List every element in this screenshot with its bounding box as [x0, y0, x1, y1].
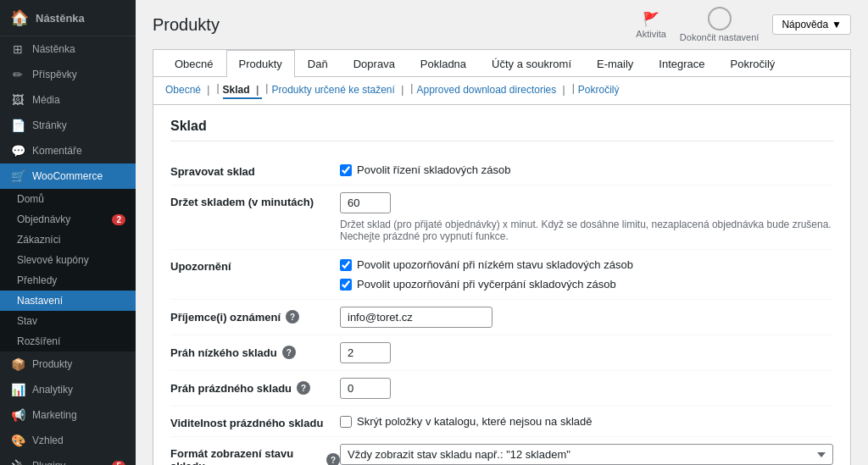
- subtab-obecne[interactable]: Obecné: [165, 82, 213, 99]
- aktivita-label: Aktivita: [636, 29, 665, 39]
- home-icon: ⊞: [10, 42, 25, 56]
- subtab-pokrocily[interactable]: Pokročilý: [578, 82, 626, 99]
- sidebar-item-prispevky[interactable]: ✏ Příspěvky: [0, 62, 136, 87]
- sidebar-sub-label: Zákazníci: [17, 234, 125, 246]
- flag-icon: 🚩: [643, 11, 659, 27]
- checkbox-row-nizky: Povolit upozorňování při nízkém stavu sk…: [340, 257, 833, 273]
- help-icon[interactable]: ?: [297, 381, 310, 395]
- dokoncit-label: Dokončit nastavení: [680, 32, 760, 42]
- sidebar-item-domu[interactable]: Domů: [0, 189, 136, 209]
- comments-icon: 💬: [10, 144, 25, 158]
- tab-doprava[interactable]: Doprava: [341, 50, 408, 77]
- input-prijemce[interactable]: [340, 307, 492, 328]
- napoveda-button[interactable]: Nápověda ▼: [772, 14, 851, 35]
- main-content: Produkty 🚩 Aktivita Dokončit nastavení N…: [136, 0, 868, 465]
- tab-ucty[interactable]: Účty a soukromí: [479, 50, 584, 77]
- sidebar-logo[interactable]: 🏠 Nástěnka: [0, 0, 136, 36]
- sidebar-sub-label: Slevové kupóny: [17, 254, 125, 266]
- field-row: [340, 192, 833, 213]
- field-spravovat: Povolit řízení skladových zásob: [340, 162, 833, 178]
- tab-integrace[interactable]: Integrace: [646, 50, 717, 77]
- checkbox-povolit-rizeni[interactable]: [340, 164, 352, 176]
- sidebar-item-media[interactable]: 🖼 Média: [0, 87, 136, 113]
- sidebar-item-prehledy[interactable]: Přehledy: [0, 270, 136, 291]
- checkbox-label: Skrýt položky v katalogu, které nejsou n…: [357, 415, 592, 428]
- form-row-format: Formát zobrazení stavu skladu ? Vždy zob…: [170, 437, 833, 465]
- tab-pokladna[interactable]: Pokladna: [408, 50, 479, 77]
- sidebar-item-woocommerce[interactable]: 🛒 WooCommerce: [0, 163, 136, 189]
- field-upozorneni: Povolit upozorňování při nízkém stavu sk…: [340, 257, 833, 292]
- content-panel: Obecné Produkty Daň Doprava Pokladna Účt…: [153, 49, 851, 465]
- main-tabs: Obecné Produkty Daň Doprava Pokladna Účt…: [153, 50, 850, 77]
- topbar: Produkty 🚩 Aktivita Dokončit nastavení N…: [136, 0, 868, 49]
- checkbox-label: Povolit upozorňování při nízkém stavu sk…: [357, 258, 633, 271]
- sidebar-item-stranky[interactable]: 📄 Stránky: [0, 113, 136, 138]
- label-prijemce: Příjemce(i) oznámení ?: [170, 307, 340, 324]
- media-icon: 🖼: [10, 93, 25, 107]
- checkbox-skryt-polozky[interactable]: [340, 416, 352, 428]
- field-drzet: Držet sklad (pro přijaté objednávky) x m…: [340, 192, 833, 242]
- select-format[interactable]: Vždy zobrazit stav skladu např.: "12 skl…: [340, 444, 833, 465]
- help-icon[interactable]: ?: [286, 310, 299, 324]
- input-prah-prazdny[interactable]: [340, 378, 391, 399]
- sidebar-item-objednavky[interactable]: Objednávky 2: [0, 209, 136, 230]
- pages-icon: 📄: [10, 119, 25, 132]
- tab-emaily[interactable]: E-maily: [584, 50, 646, 77]
- form-row-prah-prazdny: Práh prázdného skladu ?: [170, 371, 833, 407]
- help-icon[interactable]: ?: [282, 346, 296, 359]
- label-spravovat: Spravovat sklad: [170, 162, 340, 178]
- sidebar: 🏠 Nástěnka ⊞ Nástěnka ✏ Příspěvky 🖼 Médi…: [0, 0, 136, 465]
- dokoncit-button[interactable]: Dokončit nastavení: [680, 7, 760, 42]
- sidebar-item-komentare[interactable]: 💬 Komentáře: [0, 138, 136, 163]
- input-drzet-skladem[interactable]: [340, 192, 391, 213]
- checkbox-nizky-stav[interactable]: [340, 259, 352, 271]
- subtab-produkty-stazeni[interactable]: Produkty určené ke stažení: [271, 82, 407, 99]
- sidebar-item-nastaveni-woo[interactable]: Nastavení: [0, 291, 136, 311]
- help-icon[interactable]: ?: [326, 453, 340, 465]
- appearance-icon: 🎨: [10, 434, 25, 447]
- sidebar-item-analytiky[interactable]: 📊 Analytiky: [0, 377, 136, 402]
- sidebar-sub-label: Domů: [17, 193, 125, 205]
- woocommerce-icon: 🛒: [10, 169, 25, 183]
- checkbox-label: Povolit řízení skladových zásob: [357, 163, 510, 176]
- posts-icon: ✏: [10, 68, 25, 81]
- label-upozorneni: Upozornění: [170, 257, 340, 273]
- tab-pokrocily[interactable]: Pokročilý: [718, 50, 788, 77]
- field-prijemce: [340, 307, 833, 328]
- sidebar-item-label: Stránky: [32, 119, 125, 131]
- sidebar-item-label: Marketing: [32, 409, 125, 421]
- sub-tabs: Obecné | Sklad | Produkty určené ke staž…: [153, 77, 850, 105]
- subtab-approved[interactable]: Approved download directories: [416, 82, 568, 99]
- tab-obecne[interactable]: Obecné: [162, 50, 226, 77]
- sidebar-item-vzhled[interactable]: 🎨 Vzhled: [0, 428, 136, 453]
- napoveda-label: Nápověda: [782, 19, 828, 30]
- sidebar-item-pluginy[interactable]: 🔌 Pluginy 5: [0, 453, 136, 465]
- sidebar-item-marketing[interactable]: 📢 Marketing: [0, 402, 136, 428]
- sidebar-item-label: Příspěvky: [32, 69, 125, 80]
- subtab-sklad[interactable]: Sklad: [223, 82, 263, 99]
- label-prah-prazdny: Práh prázdného skladu ?: [170, 378, 340, 395]
- aktivita-button[interactable]: 🚩 Aktivita: [636, 11, 665, 39]
- input-prah-nizky[interactable]: [340, 342, 391, 363]
- sidebar-item-nastenska[interactable]: ⊞ Nástěnka: [0, 36, 136, 62]
- sidebar-sub-label: Nastavení: [17, 295, 125, 307]
- sidebar-item-produkty[interactable]: 📦 Produkty: [0, 352, 136, 377]
- field-viditelnost: Skrýt položky v katalogu, které nejsou n…: [340, 413, 833, 429]
- sidebar-item-label: Média: [32, 94, 125, 106]
- tab-produkty[interactable]: Produkty: [226, 50, 295, 77]
- chevron-down-icon: ▼: [832, 19, 842, 30]
- sidebar-item-stav[interactable]: Stav: [0, 311, 136, 331]
- desc-drzet: Držet sklad (pro přijaté objednávky) x m…: [340, 219, 833, 242]
- sidebar-item-zakaznici[interactable]: Zákazníci: [0, 230, 136, 250]
- tab-dan[interactable]: Daň: [295, 50, 341, 77]
- sidebar-item-label: Nástěnka: [32, 43, 125, 55]
- form-row-upozorneni: Upozornění Povolit upozorňování při nízk…: [170, 250, 833, 300]
- sidebar-item-slevove[interactable]: Slevové kupóny: [0, 250, 136, 270]
- checkbox-vycerpani[interactable]: [340, 279, 352, 291]
- sidebar-logo-label: Nástěnka: [36, 12, 85, 25]
- sidebar-sub-label: Stav: [17, 315, 125, 327]
- label-format: Formát zobrazení stavu skladu ?: [170, 444, 340, 465]
- sidebar-sub-label: Objednávky: [17, 213, 105, 225]
- sidebar-item-rozsireni[interactable]: Rozšíření: [0, 331, 136, 352]
- form-row-viditelnost: Viditelnost prázdného skladu Skrýt polož…: [170, 407, 833, 437]
